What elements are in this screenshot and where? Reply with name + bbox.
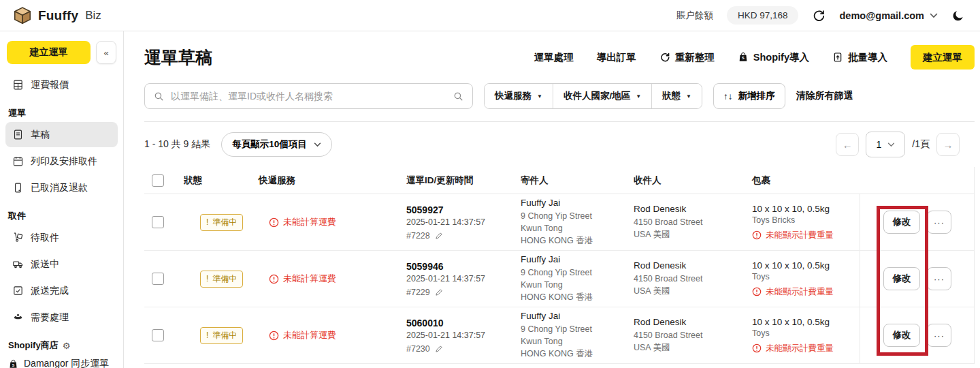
shipment-ref: #7230 <box>406 344 430 354</box>
add-sort-button[interactable]: ↑↓ 新增排序 <box>713 83 785 109</box>
pencil-icon[interactable] <box>435 232 443 240</box>
table-row: !準備中 未能計算運費 5059927 2025-01-21 14:37:57 … <box>144 194 974 251</box>
status-text: 準備中 <box>212 217 237 228</box>
account-menu[interactable]: demo@gmail.com <box>839 10 938 21</box>
sender-address: Kwun Tong <box>521 279 611 291</box>
create-shipment-button[interactable]: 建立運單 <box>911 45 975 70</box>
sidebar-create-shipment-button[interactable]: 建立運單 <box>7 41 91 64</box>
gear-icon[interactable]: ⚙ <box>63 341 71 351</box>
brand-suffix: Biz <box>85 9 101 22</box>
sender-address: Kwun Tong <box>521 335 611 348</box>
pencil-icon[interactable] <box>435 345 443 353</box>
sidebar-item-awaiting-pickup[interactable]: 待取件 <box>5 225 118 250</box>
dark-mode-toggle[interactable] <box>951 9 965 22</box>
balance-label: 賬户餘額 <box>676 10 713 22</box>
shopify-import-button[interactable]: S Shopify導入 <box>738 51 809 64</box>
account-email: demo@gmail.com <box>839 10 924 21</box>
sidebar-item-label: 待取件 <box>31 232 59 244</box>
triangle-down-icon: ▼ <box>686 93 691 99</box>
edit-button[interactable]: 修改 <box>883 267 920 290</box>
page-title: 運單草稿 <box>144 46 212 69</box>
sidebar-section-shopify: Shopify商店 ⚙ <box>8 339 115 352</box>
export-orders-button[interactable]: 導出訂單 <box>597 51 636 64</box>
package-error: 未能顯示計費重量 <box>752 230 860 241</box>
sidebar-item-quote[interactable]: 運費報價 <box>5 72 118 97</box>
sender-name: Fuuffy Jai <box>521 198 611 208</box>
page-number-dropdown[interactable]: 1 <box>866 132 905 157</box>
chevron-down-icon <box>930 13 938 18</box>
page-size-dropdown[interactable]: 每頁顯示10個項目 <box>221 132 332 157</box>
row-checkbox[interactable] <box>152 216 164 228</box>
next-page-button[interactable]: → <box>936 133 960 156</box>
filter-group: 快遞服務 ▼ 收件人國家/地區 ▼ 狀態 ▼ <box>484 83 702 109</box>
package-size: 10 x 10 x 10, 0.5kg <box>752 204 860 214</box>
status-badge: !準備中 <box>200 327 243 344</box>
receiver-address: USA 美國 <box>634 341 725 354</box>
row-checkbox[interactable] <box>152 329 164 341</box>
filter-courier-dropdown[interactable]: 快遞服務 ▼ <box>485 84 553 108</box>
courier-error: 未能計算運費 <box>269 273 385 285</box>
row-checkbox[interactable] <box>152 273 164 285</box>
table-row: !準備中 未能計算運費 5059946 2025-01-21 14:37:57 … <box>144 251 974 307</box>
courier-error: 未能計算運費 <box>269 216 385 228</box>
divider <box>144 121 975 122</box>
sidebar-collapse-button[interactable]: « <box>96 41 116 64</box>
upload-doc-icon <box>832 52 843 63</box>
pencil-icon[interactable] <box>435 288 443 296</box>
sidebar-item-print-pickup[interactable]: 列印及安排取件 <box>5 149 118 174</box>
more-actions-button[interactable]: ··· <box>927 211 951 234</box>
shipment-id: 5059927 <box>406 204 499 215</box>
table-row: !準備中 未能計算運費 5060010 2025-01-21 14:37:57 … <box>144 307 974 364</box>
sidebar-item-cancelled-refunds[interactable]: 已取消及退款 <box>5 175 118 200</box>
status-text: 準備中 <box>212 273 237 285</box>
select-all-checkbox[interactable] <box>152 174 164 187</box>
receipt-icon <box>12 182 24 194</box>
prev-page-button[interactable]: ← <box>836 133 859 156</box>
sidebar-item-delivered[interactable]: 派送完成 <box>5 278 118 303</box>
shipment-ref: #7229 <box>406 288 430 297</box>
filter-status-dropdown[interactable]: 狀態 ▼ <box>651 84 702 108</box>
brand-logo[interactable]: Fuuffy Biz <box>12 5 101 26</box>
search-icon[interactable] <box>453 91 464 102</box>
sort-label: 新增排序 <box>738 90 775 102</box>
triangle-down-icon: ▼ <box>636 93 641 99</box>
search-input[interactable] <box>171 91 446 102</box>
refresh-balance-button[interactable] <box>812 9 826 22</box>
sidebar-item-drafts[interactable]: 草稿 <box>5 122 118 147</box>
receiver-name: Rod Denesik <box>634 204 725 214</box>
package-error: 未能顯示計費重量 <box>752 286 860 298</box>
filter-country-dropdown[interactable]: 收件人國家/地區 ▼ <box>553 84 651 108</box>
package-note: Toys Bricks <box>752 215 860 225</box>
warning-circle-icon <box>269 331 279 341</box>
process-shipments-button[interactable]: 運單處理 <box>534 51 574 64</box>
action-label: 導出訂單 <box>597 51 636 64</box>
sidebar-item-in-delivery[interactable]: 派送中 <box>5 251 118 277</box>
warning-circle-icon <box>269 217 279 228</box>
courier-error-text: 未能計算運費 <box>283 216 336 228</box>
sidebar-store-damangor[interactable]: S Damangor 同步運單 最後同步時間：2025-01-21 09:31:… <box>5 354 118 368</box>
more-actions-button[interactable]: ··· <box>927 324 951 347</box>
alert-mark: ! <box>206 274 208 283</box>
status-badge: !準備中 <box>200 271 243 288</box>
refresh-icon <box>659 52 670 63</box>
warning-circle-icon <box>269 274 279 284</box>
more-actions-button[interactable]: ··· <box>927 267 951 290</box>
batch-import-button[interactable]: 批量導入 <box>832 51 887 64</box>
sidebar-item-label: 已取消及退款 <box>31 182 88 194</box>
column-header-shipment: 運單ID/更新時間 <box>385 174 499 187</box>
edit-button[interactable]: 修改 <box>883 211 920 234</box>
sidebar-item-needs-action[interactable]: 需要處理 <box>5 305 118 330</box>
results-summary: 1 - 10 共 9 結果 <box>144 138 210 151</box>
refresh-list-button[interactable]: 重新整理 <box>659 51 715 64</box>
sender-address: 9 Chong Yip Street <box>521 210 611 222</box>
chevron-down-icon <box>314 142 321 147</box>
shipment-ref: #7228 <box>406 231 430 241</box>
receiver-name: Rod Denesik <box>634 260 725 271</box>
top-header: Fuuffy Biz 賬户餘額 HKD 97,168 demo@gmail.co… <box>0 0 980 31</box>
alert-mark: ! <box>206 331 208 340</box>
filter-label: 收件人國家/地區 <box>564 90 630 102</box>
receiver-address: USA 美國 <box>634 228 725 241</box>
status-text: 準備中 <box>212 330 237 341</box>
clear-filters-button[interactable]: 清除所有篩選 <box>796 90 853 102</box>
edit-button[interactable]: 修改 <box>883 324 920 347</box>
